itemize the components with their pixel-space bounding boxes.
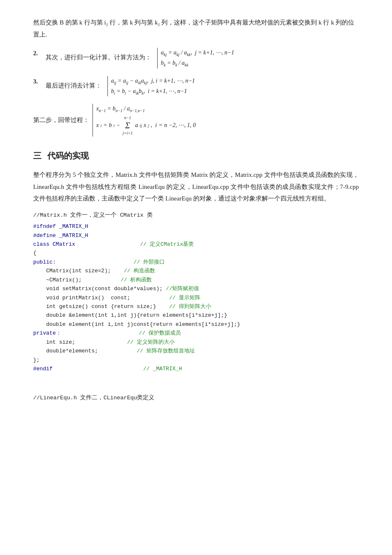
code-line-10: int getsize() const {return size;} // 得到… bbox=[33, 302, 359, 311]
step2-desc: 其次，进行归一化计算。计算方法为： bbox=[46, 54, 151, 61]
intro-text1: 然后交换 B 的第 k 行与第 i bbox=[33, 19, 106, 26]
section-num: 三 bbox=[33, 148, 41, 163]
code-line-6: CMatrix(int size=2); // 构造函数 bbox=[33, 266, 359, 275]
code-line-16: }; bbox=[33, 356, 359, 364]
step2-f1: akj = akj / akk, j = k+1, ⋯, n−1 bbox=[161, 48, 234, 58]
step3-content: 最后进行消去计算： aij = aij − aikakj, j, i = k+1… bbox=[46, 76, 359, 97]
code-line-3: class CMatrix // 定义CMatrix基类 bbox=[33, 240, 359, 249]
step3-f1: aij = aij − aikakj, j, i = k+1, ⋯, n−1 bbox=[111, 76, 195, 86]
code-line-14: int size; // 定义矩阵的大小 bbox=[33, 338, 359, 347]
step3-num: 3. bbox=[33, 76, 46, 87]
step-2-block: 2. 其次，进行归一化计算。计算方法为： akj = akj / akk, j … bbox=[33, 48, 359, 68]
code-line-12: double element(int i,int j)const{return … bbox=[33, 320, 359, 329]
section-heading: 三 代码的实现 bbox=[33, 148, 359, 163]
back-f1: xn−1 = bn−1 / an−1,n−1 bbox=[96, 104, 196, 114]
step2-num: 2. bbox=[33, 48, 46, 59]
file2-label: //LinearEqu.h 文件二，CLinearEqu类定义 bbox=[33, 393, 359, 403]
step2-formula: akj = akj / akk, j = k+1, ⋯, n−1 bk = bk… bbox=[157, 48, 234, 68]
intro-text2: 行，第 k 列与第 k bbox=[108, 19, 158, 26]
code-line-13: private： // 保护数据成员 bbox=[33, 329, 359, 337]
code-line-4: { bbox=[33, 249, 359, 257]
code-block-1: #ifndef _MATRIX_H #define _MATRIX_H clas… bbox=[33, 222, 359, 373]
section-para1: 整个程序分为 5 个独立文件，Matrix.h 文件中包括矩阵类 Matrix … bbox=[33, 169, 359, 205]
back-formula: xn−1 = bn−1 / an−1,n−1 xi = bi − n−1 Σ j… bbox=[93, 104, 196, 137]
code-line-8: void setMatrix(const double*values); //矩… bbox=[33, 284, 359, 293]
file1-label: //Matrix.h 文件一，定义一个 CMatrix 类 bbox=[33, 210, 359, 220]
step2-content: 其次，进行归一化计算。计算方法为： akj = akj / akk, j = k… bbox=[46, 48, 359, 68]
step3-f2: bi = bi − aikbk, i = k+1, ⋯, n−1 bbox=[111, 86, 195, 97]
step2-f2: bk = bk / akk bbox=[161, 58, 234, 68]
code-line-2: #define _MATRIX_H bbox=[33, 231, 359, 240]
intro-paragraph: 然后交换 B 的第 k 行与第 i1 行，第 k 列与第 k1 列，这样，这个子… bbox=[33, 17, 359, 40]
back-f2: xi = bi − n−1 Σ j=i+1 aijxj, i = n−2, ⋯,… bbox=[96, 114, 196, 137]
code-line-5: public: // 外部接口 bbox=[33, 258, 359, 266]
step-3-block: 3. 最后进行消去计算： aij = aij − aikakj, j, i = … bbox=[33, 76, 359, 97]
code-line-7: ~CMatrix(); // 析构函数 bbox=[33, 276, 359, 284]
back-step-block: 第二步，回带过程： xn−1 = bn−1 / an−1,n−1 xi = bi… bbox=[33, 104, 359, 137]
code-line-11: double &element(int i,int j){return elem… bbox=[33, 311, 359, 320]
code-line-1: #ifndef _MATRIX_H bbox=[33, 222, 359, 231]
step3-formula: aij = aij − aikakj, j, i = k+1, ⋯, n−1 b… bbox=[107, 76, 195, 97]
step3-desc: 最后进行消去计算： bbox=[46, 82, 102, 89]
code-line-15: double*elements; // 矩阵存放数组首地址 bbox=[33, 347, 359, 355]
back-label: 第二步，回带过程： bbox=[33, 115, 89, 126]
code-line-9: void printMatrix() const; // 显示矩阵 bbox=[33, 293, 359, 302]
code-line-17: #endif // _MATRIX_H bbox=[33, 364, 359, 373]
section-title: 代码的实现 bbox=[47, 148, 89, 163]
